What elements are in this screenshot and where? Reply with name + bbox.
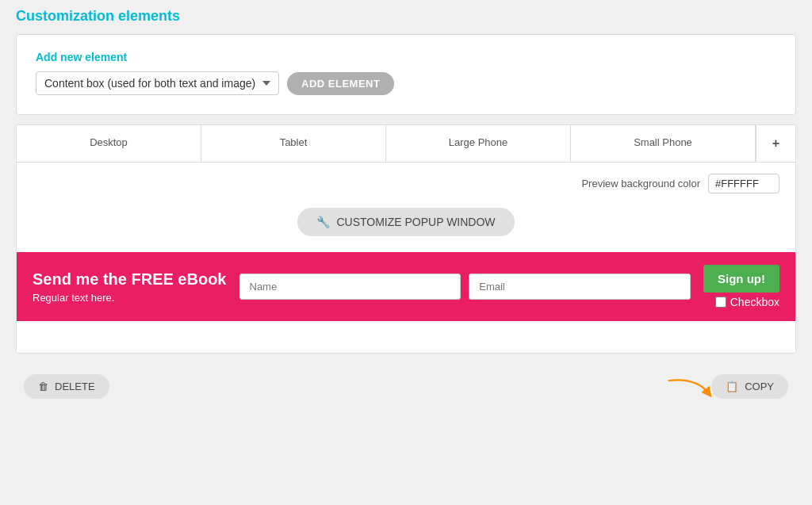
popup-fields bbox=[239, 274, 691, 300]
copy-label: COPY bbox=[745, 381, 774, 392]
tab-small-phone[interactable]: Small Phone bbox=[571, 125, 756, 162]
add-element-card: Add new element Content box (used for bo… bbox=[16, 34, 796, 115]
add-element-row: Content box (used for both text and imag… bbox=[36, 71, 776, 95]
popup-main-text: Send me the FREE eBook bbox=[33, 270, 227, 289]
popup-signup-button[interactable]: Sign up! bbox=[703, 265, 779, 293]
preview-bg-color-input[interactable] bbox=[708, 174, 779, 193]
customize-btn-label: CUSTOMIZE POPUP WINDOW bbox=[336, 216, 495, 228]
popup-text-block: Send me the FREE eBook Regular text here… bbox=[33, 270, 227, 304]
copy-icon: 📋 bbox=[726, 381, 738, 392]
customize-popup-button[interactable]: 🔧 CUSTOMIZE POPUP WINDOW bbox=[297, 208, 514, 236]
delete-label: DELETE bbox=[55, 381, 95, 392]
popup-checkbox[interactable] bbox=[715, 296, 726, 308]
tab-add-button[interactable]: + bbox=[756, 125, 795, 162]
arrow-indicator bbox=[661, 373, 717, 402]
popup-checkbox-row: Checkbox bbox=[715, 296, 779, 308]
responsive-tabs: Desktop Tablet Large Phone Small Phone + bbox=[17, 125, 795, 163]
section-title: Customization elements bbox=[16, 8, 796, 25]
page-wrapper: Customization elements Add new element C… bbox=[0, 0, 812, 505]
responsive-card: Desktop Tablet Large Phone Small Phone +… bbox=[16, 124, 796, 354]
customize-btn-wrapper: 🔧 CUSTOMIZE POPUP WINDOW bbox=[17, 200, 795, 252]
delete-button[interactable]: 🗑 DELETE bbox=[24, 374, 109, 399]
popup-signup-area: Sign up! Checkbox bbox=[703, 265, 779, 308]
copy-area: 📋 COPY bbox=[711, 374, 788, 399]
popup-checkbox-label: Checkbox bbox=[730, 296, 779, 308]
popup-sub-text: Regular text here. bbox=[33, 292, 227, 304]
wrench-icon: 🔧 bbox=[316, 216, 330, 228]
copy-button[interactable]: 📋 COPY bbox=[711, 374, 788, 399]
preview-controls: Preview background color bbox=[17, 163, 795, 200]
tab-large-phone[interactable]: Large Phone bbox=[386, 125, 571, 162]
preview-spacer bbox=[17, 321, 795, 353]
popup-preview-area: Send me the FREE eBook Regular text here… bbox=[17, 252, 795, 321]
trash-icon: 🗑 bbox=[38, 381, 48, 392]
add-element-label: Add new element bbox=[36, 51, 776, 63]
tab-tablet[interactable]: Tablet bbox=[201, 125, 386, 162]
preview-bg-label: Preview background color bbox=[581, 178, 700, 189]
tab-desktop[interactable]: Desktop bbox=[17, 125, 201, 162]
add-element-button[interactable]: ADD ELEMENT bbox=[287, 72, 394, 95]
action-bar: 🗑 DELETE 📋 COPY bbox=[16, 363, 796, 407]
popup-name-input[interactable] bbox=[239, 274, 462, 300]
element-type-dropdown[interactable]: Content box (used for both text and imag… bbox=[36, 71, 279, 95]
popup-email-input[interactable] bbox=[469, 274, 691, 300]
